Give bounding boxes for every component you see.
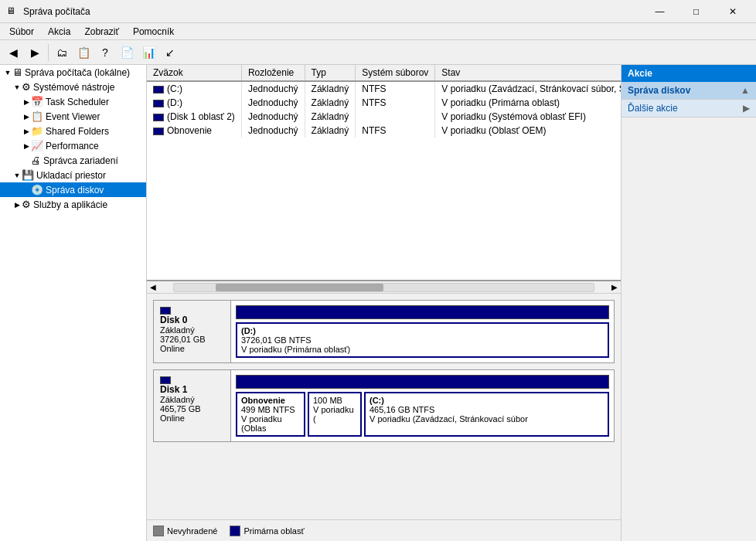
- toolbar-forward[interactable]: ▶: [25, 43, 45, 63]
- tree-item-services[interactable]: ▶ ⚙ Služby a aplikácie: [0, 197, 146, 212]
- legend-unallocated-label: Nevyhradené: [167, 526, 217, 536]
- center-panel: Zväzok Rozloženie Typ Systém súborov Sta…: [147, 65, 621, 541]
- tree-panel: ▼ 🖥 Správa počítača (lokálne) ▼ ⚙ Systém…: [0, 65, 147, 541]
- col-type[interactable]: Typ: [305, 65, 356, 81]
- expander-computer[interactable]: ▼: [3, 69, 12, 77]
- table-row[interactable]: (Disk 1 oblasť 2) Jednoduchý Základný V …: [147, 110, 621, 124]
- partition-name: (D:): [241, 326, 604, 335]
- partition-block[interactable]: (C:) 465,16 GB NTFS V poriadku (Zavádzac…: [364, 392, 609, 437]
- disk-info-disk0: Disk 0 Základný 3726,01 GB Online: [154, 301, 231, 362]
- tree-item-system-tools[interactable]: ▼ ⚙ Systémové nástroje: [0, 80, 146, 94]
- partition-name: (C:): [369, 396, 604, 405]
- cell-fs: [356, 110, 435, 124]
- action-label: Ďalšie akcie: [628, 103, 678, 114]
- col-layout[interactable]: Rozloženie: [241, 65, 305, 81]
- expander-event-viewer[interactable]: ▶: [22, 113, 31, 121]
- expander-storage[interactable]: ▼: [12, 172, 22, 179]
- scroll-right[interactable]: ▶: [608, 283, 621, 291]
- tree-item-device-manager[interactable]: 🖨 Správca zariadení: [0, 153, 146, 168]
- col-fs[interactable]: Systém súborov: [356, 65, 435, 81]
- toolbar-back[interactable]: ◀: [3, 43, 23, 63]
- legend-primary-label: Primárna oblasť: [243, 526, 304, 536]
- icon-task-scheduler: 📅: [31, 96, 43, 107]
- partition-status: V poriadku (Zavádzací, Stránkovací súbor: [369, 414, 604, 424]
- label-services: Služby a aplikácie: [33, 199, 107, 210]
- disk-status: Online: [160, 344, 224, 353]
- actions-panel: Akcie Správa diskov ▲ Ďalšie akcie ▶: [621, 65, 756, 541]
- disk-partitions-disk1: Obnovenie 499 MB NTFS V poriadku (Oblas …: [231, 370, 614, 441]
- tree-item-shared-folders[interactable]: ▶ 📁 Shared Folders: [0, 124, 146, 138]
- expander-system-tools[interactable]: ▼: [12, 83, 22, 91]
- tree-item-disk-management[interactable]: 💿 Správa diskov: [0, 182, 146, 197]
- tree-item-computer[interactable]: ▼ 🖥 Správa počítača (lokálne): [0, 65, 146, 80]
- cell-fs: NTFS: [356, 124, 435, 138]
- title-bar-controls: — □ ✕: [642, 0, 750, 23]
- volumes-table: Zväzok Rozloženie Typ Systém súborov Sta…: [147, 65, 621, 138]
- action-arrow: ▲: [741, 85, 750, 96]
- partition-block[interactable]: 100 MB V poriadku (: [308, 392, 362, 437]
- table-scrollbar[interactable]: ◀ ▶: [147, 281, 621, 294]
- partition-size: 100 MB: [313, 396, 356, 405]
- cell-volume: (C:): [147, 81, 241, 96]
- expander-services[interactable]: ▶: [12, 201, 22, 209]
- tree-item-task-scheduler[interactable]: ▶ 📅 Task Scheduler: [0, 94, 146, 109]
- expander-task-scheduler[interactable]: ▶: [22, 98, 31, 106]
- col-volume[interactable]: Zväzok: [147, 65, 241, 81]
- toolbar: ◀ ▶ 🗂 📋 ? 📄 📊 ↙: [0, 40, 756, 65]
- label-storage: Ukladací priestor: [36, 170, 106, 181]
- h-scrollbar-thumb[interactable]: [216, 284, 383, 291]
- partition-size: 499 MB NTFS: [241, 405, 300, 414]
- minimize-button[interactable]: —: [642, 0, 677, 23]
- expander-performance[interactable]: ▶: [22, 142, 31, 150]
- cell-layout: Jednoduchý: [241, 110, 305, 124]
- tree-item-event-viewer[interactable]: ▶ 📋 Event Viewer: [0, 109, 146, 124]
- table-row[interactable]: Obnovenie Jednoduchý Základný NTFS V por…: [147, 124, 621, 138]
- legend-primary-box: [230, 526, 240, 536]
- menu-pomocnik[interactable]: Pomocník: [127, 25, 180, 39]
- menu-subor[interactable]: Súbor: [3, 25, 40, 39]
- menu-akcia[interactable]: Akcia: [42, 25, 77, 39]
- toolbar-folder[interactable]: 🗂: [52, 43, 72, 63]
- legend-unallocated: Nevyhradené: [153, 526, 217, 536]
- label-task-scheduler: Task Scheduler: [46, 97, 109, 107]
- disk-status: Online: [160, 413, 224, 423]
- col-status[interactable]: Stav: [435, 65, 621, 81]
- cell-type: Základný: [305, 96, 356, 110]
- cell-volume: Obnovenie: [147, 124, 241, 138]
- h-scrollbar-track[interactable]: [173, 283, 594, 292]
- cell-volume: (Disk 1 oblasť 2): [147, 110, 241, 124]
- partition-status: V poriadku (: [313, 405, 356, 424]
- cell-layout: Jednoduchý: [241, 81, 305, 96]
- close-button[interactable]: ✕: [715, 0, 750, 23]
- disk-type: Základný: [160, 325, 224, 335]
- legend-primary: Primárna oblasť: [230, 526, 304, 536]
- menu-zobrazit[interactable]: Zobraziť: [78, 25, 125, 39]
- expander-shared-folders[interactable]: ▶: [22, 128, 31, 135]
- menu-bar: Súbor Akcia Zobraziť Pomocník: [0, 23, 756, 40]
- icon-computer: 🖥: [12, 66, 22, 78]
- icon-performance: 📈: [31, 140, 43, 151]
- action-label: Správa diskov: [628, 85, 690, 96]
- partition-size: 3726,01 GB NTFS: [241, 335, 604, 345]
- cell-fs: NTFS: [356, 96, 435, 110]
- partition-block[interactable]: Obnovenie 499 MB NTFS V poriadku (Oblas: [236, 392, 305, 437]
- maximize-button[interactable]: □: [679, 0, 713, 23]
- partition-status: V poriadku (Oblas: [241, 414, 300, 433]
- toolbar-page[interactable]: 📄: [117, 43, 137, 63]
- table-row[interactable]: (D:) Jednoduchý Základný NTFS V poriadku…: [147, 96, 621, 110]
- label-event-viewer: Event Viewer: [46, 111, 100, 122]
- scroll-left[interactable]: ◀: [147, 283, 159, 291]
- cell-status: V poriadku (Oblasť OEM): [435, 124, 621, 138]
- action-item-1[interactable]: Ďalšie akcie ▶: [621, 100, 756, 117]
- table-row[interactable]: (C:) Jednoduchý Základný NTFS V poriadku…: [147, 81, 621, 96]
- partition-block[interactable]: (D:) 3726,01 GB NTFS V poriadku (Primárn…: [236, 322, 609, 358]
- toolbar-chart[interactable]: 📊: [138, 43, 158, 63]
- toolbar-clipboard[interactable]: 📋: [73, 43, 94, 63]
- tree-item-storage[interactable]: ▼ 💾 Ukladací priestor: [0, 168, 146, 182]
- cell-layout: Jednoduchý: [241, 124, 305, 138]
- toolbar-arrow[interactable]: ↙: [160, 43, 180, 63]
- action-item-0[interactable]: Správa diskov ▲: [621, 82, 756, 100]
- toolbar-help[interactable]: ?: [95, 43, 115, 63]
- tree-item-performance[interactable]: ▶ 📈 Performance: [0, 138, 146, 153]
- icon-event-viewer: 📋: [31, 111, 43, 122]
